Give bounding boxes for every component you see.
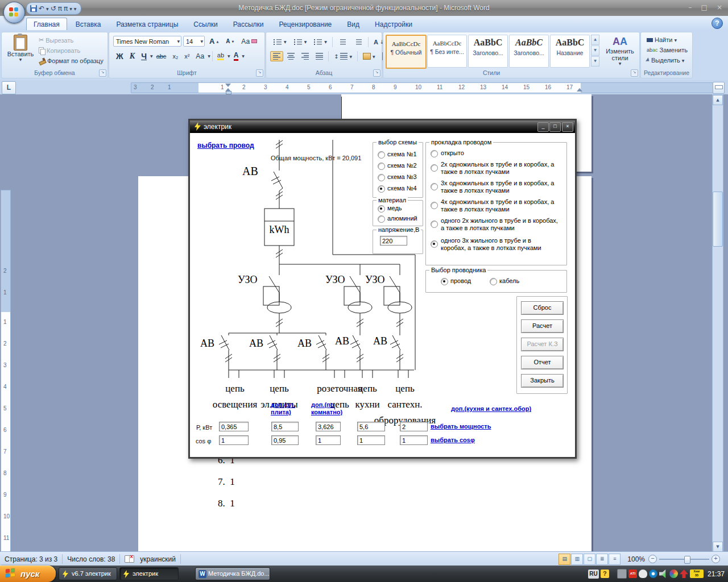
select-cos-link[interactable]: выбрать cosφ (431, 436, 475, 444)
select-button[interactable]: Выделить▼ (644, 55, 687, 65)
font-color-dropdown-icon[interactable]: ▼ (242, 54, 245, 58)
power-input-4[interactable] (357, 422, 385, 431)
justify-button[interactable] (313, 51, 326, 61)
reset-button[interactable]: Сброс (521, 301, 564, 315)
radio-aluminium[interactable] (378, 215, 385, 223)
align-center-button[interactable] (284, 51, 297, 61)
radio-wiring-one3[interactable] (431, 240, 438, 248)
replace-button[interactable]: abacЗаменить (644, 45, 690, 55)
bold-button[interactable]: Ж (113, 50, 126, 63)
equation-pi-icon[interactable]: π (58, 5, 62, 12)
schema1-label[interactable]: схема №1 (387, 151, 417, 158)
report-button[interactable]: Отчет (521, 356, 564, 369)
align-right-button[interactable] (299, 51, 312, 61)
tab-view[interactable]: Вид (340, 18, 366, 30)
redo-icon[interactable]: ↺ (51, 5, 56, 12)
view-web-layout-button[interactable]: ▢ (584, 554, 595, 565)
styles-scroll-up-icon[interactable]: ▲ (591, 35, 599, 45)
scroll-up-icon[interactable]: ▲ (713, 95, 723, 105)
start-button[interactable]: пуск (0, 566, 56, 582)
dialog-close-icon[interactable]: × (562, 122, 573, 132)
dialog-maximize-icon[interactable]: □ (549, 122, 561, 132)
view-fullscreen-button[interactable]: ▥ (571, 554, 583, 565)
select-power-link[interactable]: выбрать мощность (431, 423, 491, 430)
radio-wiring-4core[interactable] (431, 202, 438, 209)
copy-button[interactable]: Копировать (36, 45, 83, 56)
tab-addins[interactable]: Надстройки (368, 18, 419, 30)
align-left-button[interactable] (270, 51, 283, 61)
cos-input-5[interactable] (400, 435, 428, 445)
v-ruler[interactable]: 211234567891011121314 (1, 190, 11, 551)
power-input-2[interactable] (271, 422, 299, 431)
volume-icon[interactable] (659, 569, 668, 578)
schema2-label[interactable]: схема №2 (387, 162, 417, 169)
status-page[interactable]: Страница: 3 из 3 (5, 555, 57, 563)
cable-label[interactable]: кабель (499, 277, 519, 285)
radio-wire[interactable] (441, 278, 448, 285)
font-size-combo[interactable]: 14▼ (183, 36, 205, 47)
highlight-button[interactable]: ab (214, 50, 227, 62)
close-icon[interactable]: × (717, 3, 722, 11)
wire-label[interactable]: провод (450, 277, 471, 285)
radio-wiring-one2[interactable] (431, 221, 438, 228)
radio-copper[interactable] (378, 205, 385, 213)
taskbar-item-v67[interactable]: v6.7 электрик (59, 567, 117, 580)
bullets-button[interactable]: ▼ (270, 36, 289, 48)
clipboard-launcher-icon[interactable]: ↘ (99, 69, 106, 77)
radio-schema2[interactable] (378, 163, 385, 170)
tab-page-layout[interactable]: Разметка страницы (109, 18, 185, 30)
dialog-minimize-icon[interactable]: _ (537, 122, 549, 132)
zoom-in-button[interactable]: + (712, 555, 720, 563)
first-line-indent-marker[interactable] (225, 84, 231, 87)
wiring-one2-label[interactable]: одного 2х жильного в трубе и в коробах, … (441, 217, 563, 232)
language-indicator[interactable]: RU (588, 569, 599, 579)
change-case-button[interactable]: Аа (193, 51, 207, 62)
up-arrow-icon[interactable] (680, 569, 688, 578)
power-input-3[interactable] (316, 422, 341, 431)
zoom-out-button[interactable]: − (648, 555, 657, 563)
radio-schema3[interactable] (378, 174, 385, 181)
styles-launcher-icon[interactable]: ↘ (631, 69, 638, 77)
style-heading2[interactable]: AaBbC Заголово... (509, 35, 549, 68)
shrink-font-button[interactable]: А▼ (223, 36, 237, 46)
highlight-dropdown-icon[interactable]: ▼ (228, 54, 230, 58)
aluminium-label[interactable]: алюминий (387, 215, 417, 222)
style-title[interactable]: AaBbC Название (550, 35, 590, 68)
extra-room-link[interactable]: доп.(покомнатно) (311, 401, 342, 416)
view-print-layout-button[interactable]: ▤ (559, 554, 570, 565)
zoom-slider[interactable] (659, 559, 709, 560)
radio-schema4[interactable] (378, 185, 385, 193)
italic-button[interactable]: К (127, 50, 138, 63)
cos-input-4[interactable] (357, 435, 385, 445)
right-indent-marker[interactable] (577, 88, 582, 92)
line-spacing-button[interactable]: ↕▼ (331, 51, 355, 61)
radio-wiring-3core[interactable] (431, 183, 438, 190)
undo-dropdown-icon[interactable]: ▼ (46, 7, 49, 11)
office-button[interactable] (3, 2, 25, 23)
ruler-toggle-button[interactable] (713, 82, 725, 94)
strikethrough-button[interactable]: abc (154, 51, 169, 61)
tab-review[interactable]: Рецензирование (272, 18, 339, 30)
paste-button[interactable]: Вставить ▼ (6, 35, 35, 61)
scroll-down-icon[interactable]: ▼ (713, 542, 723, 551)
radio-cable[interactable] (490, 278, 497, 285)
ati-icon[interactable]: ATI (628, 569, 637, 578)
status-language[interactable]: украинский (140, 555, 176, 563)
qat-customize-icon[interactable]: ▼ (74, 7, 77, 11)
schema4-label[interactable]: схема №4 (387, 185, 417, 192)
close-dialog-button[interactable]: Закрыть (521, 374, 564, 388)
minimize-icon[interactable]: – (689, 3, 692, 11)
find-button[interactable]: Найти▼ (644, 35, 680, 45)
radio-wiring-2core[interactable] (431, 164, 438, 172)
superscript-button[interactable]: x² (181, 51, 192, 61)
tab-mailings[interactable]: Рассылки (226, 18, 271, 30)
scroll-thumb[interactable] (713, 192, 723, 247)
tab-selector-button[interactable]: L (2, 81, 16, 94)
status-words[interactable]: Число слов: 38 (67, 555, 115, 563)
wiring-4core-label[interactable]: 4х одножильных в трубе и в коробах, а та… (441, 198, 561, 213)
calculate-button[interactable]: Расчет (521, 319, 564, 333)
radio-wiring-open[interactable] (431, 150, 438, 157)
help-tray-icon[interactable]: ? (601, 569, 609, 578)
copper-label[interactable]: медь (387, 205, 402, 212)
cos-input-2[interactable] (271, 435, 299, 445)
